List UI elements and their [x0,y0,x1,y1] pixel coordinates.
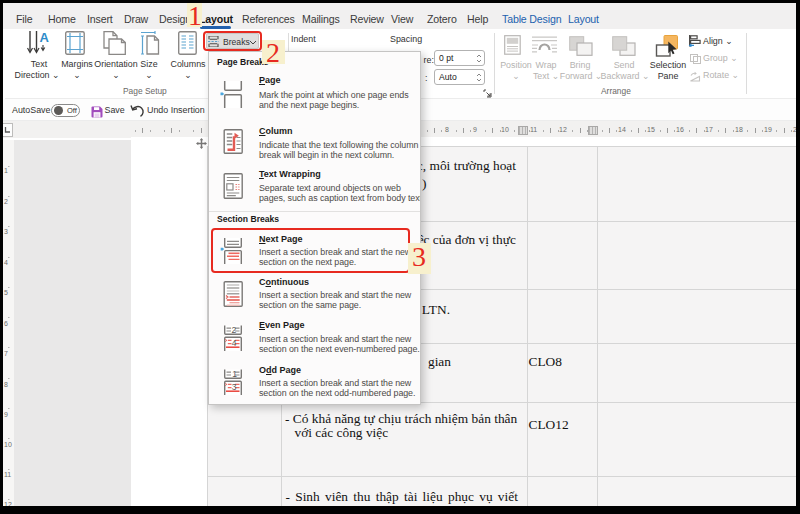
svg-text:3: 3 [232,382,237,392]
svg-text:1: 1 [232,369,237,379]
svg-text:4: 4 [232,338,237,348]
svg-text:A: A [40,31,50,45]
svg-text:2: 2 [232,325,237,335]
